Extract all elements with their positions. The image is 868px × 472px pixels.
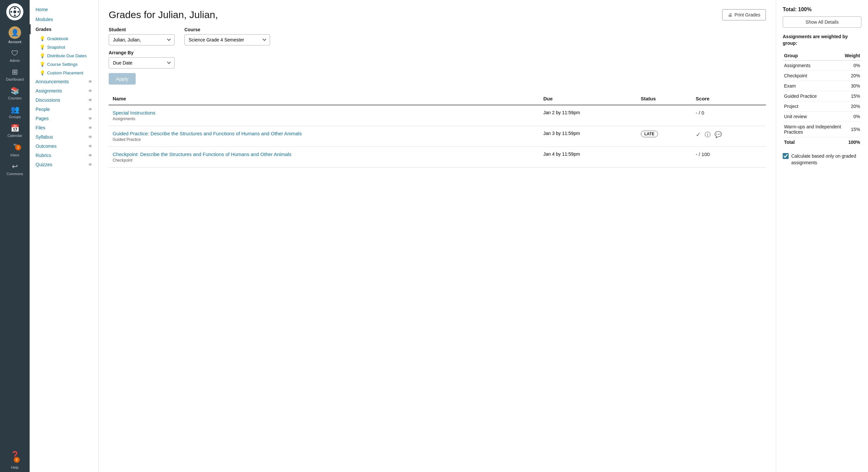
nav-item-dashboard[interactable]: ⊞ Dashboard [0, 65, 30, 84]
main-content: Grades for Julian, Julian, 🖨 Print Grade… [99, 0, 776, 472]
calc-checkbox[interactable] [783, 153, 788, 159]
eye-icon-syllabus: 👁 [88, 135, 93, 139]
student-label: Student [108, 27, 175, 32]
nav-item-help[interactable]: ❓ 9 Help [0, 448, 30, 472]
sidebar-people-label: People [36, 107, 50, 112]
score-value: - / 100 [696, 151, 710, 157]
sidebar-snapshot-label: Snapshot [47, 45, 65, 50]
apply-button[interactable]: Apply [108, 73, 136, 85]
arrange-by-select[interactable]: Due Date [108, 57, 175, 68]
bulb-icon-distribute: 💡 [39, 53, 45, 58]
sidebar-quizzes-label: Quizzes [36, 162, 52, 167]
group-name: Exam [783, 81, 844, 91]
courses-icon: 📚 [10, 87, 20, 95]
assignment-link[interactable]: Checkpoint: Describe the Structures and … [113, 151, 291, 157]
sidebar-outcomes-label: Outcomes [36, 144, 57, 149]
comment-icon: 💬 [715, 131, 722, 138]
assignment-link[interactable]: Special Instructions [113, 110, 155, 116]
due-date-cell: Jan 4 by 11:59pm [539, 147, 637, 167]
score-cell: - / 100 [692, 147, 766, 167]
status-cell: LATE [637, 126, 692, 147]
sidebar-pages[interactable]: Pages 👁 [30, 114, 98, 123]
action-icons: ✓ ⓘ 💬 [696, 131, 762, 138]
sidebar-announcements[interactable]: Announcements 👁 [30, 77, 98, 86]
eye-icon-announcements: 👁 [88, 79, 93, 84]
svg-point-4 [10, 11, 12, 12]
sidebar-outcomes[interactable]: Outcomes 👁 [30, 141, 98, 151]
sidebar-course-settings-label: Course Settings [47, 62, 78, 67]
sidebar-rubrics[interactable]: Rubrics 👁 [30, 151, 98, 160]
course-label: Course [184, 27, 270, 32]
nav-item-groups[interactable]: 👥 Groups [0, 103, 30, 122]
sidebar-grades[interactable]: Grades [30, 24, 98, 34]
weight-col-group: Group [783, 51, 844, 61]
calendar-icon: 📅 [10, 124, 20, 133]
grades-table: Name Due Status Score Special Instructio… [108, 93, 766, 167]
nav-rail: 👤 Account 🛡 Admin ⊞ Dashboard 📚 Courses … [0, 0, 30, 472]
sidebar-announcements-label: Announcements [36, 79, 69, 84]
nav-item-courses[interactable]: 📚 Courses [0, 84, 30, 103]
sidebar-syllabus[interactable]: Syllabus 👁 [30, 132, 98, 141]
dashboard-icon: ⊞ [12, 68, 18, 76]
sidebar-snapshot[interactable]: 💡 Snapshot [30, 43, 98, 51]
group-weight: 0% [844, 61, 861, 71]
sidebar-modules[interactable]: Modules [30, 14, 98, 24]
course-select[interactable]: Science Grade 4 Semester [184, 34, 270, 45]
weight-row: Total100% [783, 137, 861, 148]
groups-icon: 👥 [10, 105, 20, 114]
print-grades-button[interactable]: 🖨 Print Grades [722, 9, 766, 21]
student-select[interactable]: Julian, Julian, [108, 34, 175, 45]
nav-label-account: Account [8, 40, 22, 44]
info-icon: ⓘ [705, 131, 711, 138]
sidebar-course-settings[interactable]: 💡 Course Settings [30, 60, 98, 68]
group-weight: 0% [844, 112, 861, 122]
weight-col-weight: Weight [844, 51, 861, 61]
due-date-cell: Jan 3 by 11:59pm [539, 126, 637, 147]
nav-item-commons[interactable]: ↩ Commons [0, 160, 30, 179]
eye-icon-quizzes: 👁 [88, 162, 93, 167]
right-panel: Total: 100% Show All Details Assignments… [776, 0, 868, 472]
weight-row: Project20% [783, 101, 861, 112]
sidebar-discussions[interactable]: Discussions 👁 [30, 95, 98, 105]
sidebar-quizzes[interactable]: Quizzes 👁 [30, 160, 98, 169]
table-row: Special InstructionsAssignmentsJan 2 by … [108, 105, 766, 126]
nav-label-calendar: Calendar [7, 134, 22, 137]
admin-icon: 🛡 [11, 49, 19, 58]
weighted-header: Assignments are weighted by group: [783, 34, 861, 46]
sidebar-distribute-due-dates[interactable]: 💡 Distribute Due Dates [30, 51, 98, 60]
due-date-cell: Jan 2 by 11:59pm [539, 105, 637, 126]
sidebar-syllabus-label: Syllabus [36, 134, 53, 139]
nav-item-calendar[interactable]: 📅 Calendar [0, 122, 30, 140]
sidebar: Home Modules Grades 💡 Gradebook 💡 Snapsh… [30, 0, 99, 472]
inbox-badge: 6 [15, 145, 21, 150]
assignment-link[interactable]: Guided Practice: Describe the Structures… [113, 131, 302, 136]
nav-item-inbox[interactable]: ✉ 6 Inbox [0, 140, 30, 160]
sidebar-assignments[interactable]: Assignments 👁 [30, 86, 98, 95]
nav-item-admin[interactable]: 🛡 Admin [0, 46, 30, 65]
arrange-by-label: Arrange By [108, 50, 175, 55]
account-avatar-icon: 👤 [8, 26, 21, 39]
bulb-icon-course-settings: 💡 [39, 62, 45, 67]
late-badge: LATE [641, 131, 658, 137]
sidebar-files[interactable]: Files 👁 [30, 123, 98, 132]
sidebar-discussions-label: Discussions [36, 97, 60, 103]
eye-icon-outcomes: 👁 [88, 144, 93, 149]
col-name: Name [108, 93, 539, 105]
sidebar-custom-placement-label: Custom Placement [47, 70, 83, 75]
nav-label-dashboard: Dashboard [6, 77, 24, 81]
sidebar-distribute-label: Distribute Due Dates [47, 53, 87, 58]
check-icon: ✓ [696, 131, 701, 138]
sidebar-gradebook[interactable]: 💡 Gradebook [30, 34, 98, 43]
weight-row: Guided Practice15% [783, 91, 861, 101]
group-name: Guided Practice [783, 91, 844, 101]
show-all-details-button[interactable]: Show All Details [783, 17, 861, 28]
sidebar-people[interactable]: People 👁 [30, 105, 98, 114]
weight-row: Checkpoint20% [783, 71, 861, 81]
sidebar-home[interactable]: Home [30, 5, 98, 14]
svg-point-2 [14, 7, 16, 9]
svg-point-5 [18, 11, 19, 12]
score-cell: - / 0 [692, 105, 766, 126]
sidebar-custom-placement[interactable]: 💡 Custom Placement [30, 68, 98, 77]
nav-item-account[interactable]: 👤 Account [0, 24, 30, 46]
course-form-group: Course Science Grade 4 Semester [184, 27, 270, 45]
